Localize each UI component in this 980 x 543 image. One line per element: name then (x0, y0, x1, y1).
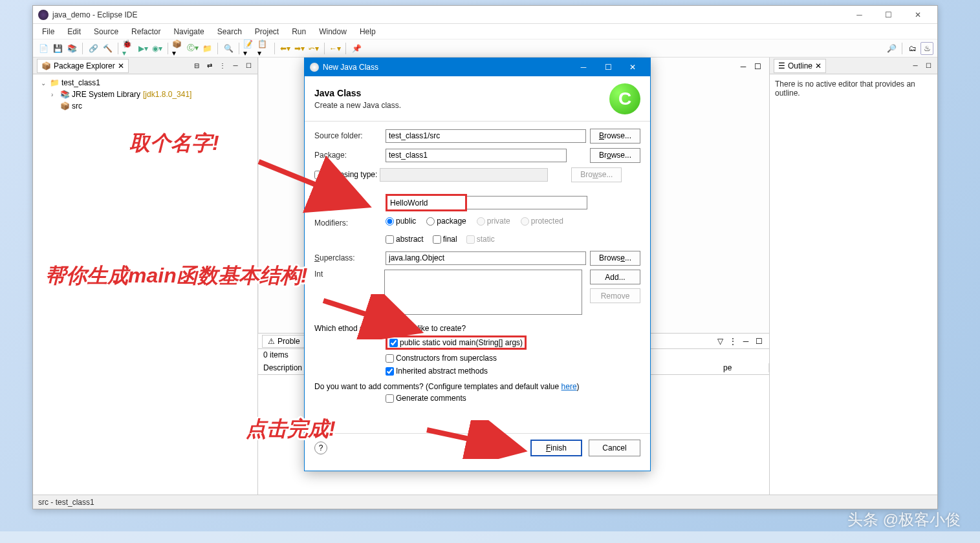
package-input[interactable] (386, 149, 567, 162)
menu-source[interactable]: Source (87, 25, 125, 38)
dialog-minimize-button[interactable]: ─ (571, 58, 596, 76)
minimize-icon[interactable]: ─ (230, 61, 241, 71)
toggle-icon[interactable]: 🔗 (87, 42, 100, 55)
modifier-package-radio[interactable] (426, 217, 435, 226)
abstract-checkbox[interactable] (386, 235, 394, 244)
modifiers-label: Modifiers: (314, 218, 386, 228)
generate-comments-checkbox[interactable] (386, 394, 394, 403)
banner-subtitle: Create a new Java class. (314, 101, 401, 110)
save-all-icon[interactable]: 📚 (65, 42, 78, 55)
new-package-icon[interactable]: 📦▾ (172, 42, 185, 55)
package-explorer-label: Package Explorer (54, 61, 115, 70)
nav-back-icon[interactable]: ←▾ (329, 42, 342, 55)
comments-question: Do you want to add comments? (Configure … (314, 382, 640, 391)
dialog-titlebar[interactable]: New Java Class ─ ☐ ✕ (305, 58, 650, 76)
menubar: File Edit Source Refactor Navigate Searc… (33, 24, 937, 39)
help-button[interactable]: ? (314, 442, 327, 454)
new-class-icon[interactable]: Ⓒ▾ (186, 42, 199, 55)
maximize-icon[interactable]: ☐ (752, 335, 765, 348)
menu-file[interactable]: File (36, 25, 61, 38)
minimize-button[interactable]: ─ (845, 6, 874, 24)
tree-project[interactable]: ⌄ 📁 test_class1 (33, 77, 257, 89)
last-edit-icon[interactable]: ⤺▾ (307, 42, 320, 55)
back-icon[interactable]: ⬅▾ (279, 42, 292, 55)
main-method-checkbox[interactable] (389, 339, 398, 347)
enclosing-type-checkbox[interactable] (314, 171, 323, 179)
browse-source-button[interactable]: BrBrowse...owse... (590, 129, 640, 144)
tree-jre[interactable]: › 📚 JRE System Library [jdk1.8.0_341] (33, 89, 257, 100)
maximize-button[interactable]: ☐ (874, 6, 903, 24)
quick-access-icon[interactable]: 🔎 (885, 42, 898, 55)
dialog-close-button[interactable]: ✕ (620, 58, 645, 76)
name-input[interactable] (387, 196, 465, 209)
tree-src[interactable]: 📦 src (33, 100, 257, 112)
save-icon[interactable]: 💾 (51, 42, 64, 55)
build-icon[interactable]: 🔨 (101, 42, 114, 55)
menu-edit[interactable]: Edit (61, 25, 87, 38)
outline-tab[interactable]: ☰ Outline ✕ (774, 59, 826, 73)
comments-here-link[interactable]: here (561, 382, 577, 391)
main-toolbar: 📄 💾 📚 🔗 🔨 🐞▾ ▶▾ ◉▾ 📦▾ Ⓒ▾ 📁 🔍 📝▾ 📋▾ ⬅▾ ➡▾… (33, 39, 937, 58)
menu-run[interactable]: Run (285, 25, 312, 38)
close-tab-icon[interactable]: ✕ (118, 61, 124, 70)
interfaces-listbox[interactable] (384, 270, 582, 315)
finish-button[interactable]: Finish (530, 440, 582, 456)
minimize-icon[interactable]: ─ (739, 335, 752, 348)
forward-icon[interactable]: ➡▾ (293, 42, 306, 55)
modifier-public-radio[interactable] (386, 217, 394, 226)
chevron-right-icon[interactable]: › (51, 91, 58, 98)
problems-label: Proble (278, 337, 300, 346)
package-explorer-tab[interactable]: 📦 Package Explorer ✕ (37, 59, 129, 73)
maximize-icon[interactable]: ☐ (243, 61, 254, 71)
taskbar (0, 531, 980, 543)
collapse-all-icon[interactable]: ⊟ (191, 61, 202, 71)
chevron-down-icon[interactable]: ⌄ (41, 80, 47, 87)
dialog-maximize-button[interactable]: ☐ (596, 58, 620, 76)
problems-tab[interactable]: ⚠ Proble (262, 335, 306, 348)
run-icon[interactable]: ▶▾ (136, 42, 149, 55)
inherited-methods-checkbox[interactable] (386, 367, 394, 376)
maximize-editor-icon[interactable]: ☐ (751, 60, 764, 73)
search-icon[interactable]: 🔍 (222, 42, 235, 55)
maximize-icon[interactable]: ☐ (923, 61, 933, 71)
add-interface-button[interactable]: Add... (590, 270, 640, 284)
menu-help[interactable]: Help (353, 25, 382, 38)
constructors-checkbox[interactable] (386, 354, 394, 363)
banner-title: Java Class (314, 88, 401, 98)
remove-interface-button: Remove (590, 288, 640, 303)
close-button[interactable]: ✕ (903, 6, 932, 24)
perspective-icon[interactable]: 🗂 (906, 42, 919, 55)
task-icon[interactable]: 📋▾ (257, 42, 270, 55)
view-menu-icon[interactable]: ⋮ (217, 61, 228, 71)
new-folder-icon[interactable]: 📁 (201, 42, 213, 55)
menu-project[interactable]: Project (248, 25, 285, 38)
outline-empty-text: There is no active editor that provides … (770, 74, 937, 103)
superclass-input[interactable] (386, 251, 586, 265)
minimize-editor-icon[interactable]: ─ (737, 60, 750, 73)
filter-icon[interactable]: ▽ (713, 335, 726, 348)
final-checkbox[interactable] (433, 235, 441, 244)
name-input-ext[interactable] (467, 196, 587, 209)
cancel-button[interactable]: Cancel (589, 440, 640, 456)
library-icon: 📚 (60, 90, 69, 99)
browse-package-button[interactable]: Browse... (590, 148, 640, 163)
annotation-icon[interactable]: 📝▾ (243, 42, 256, 55)
col-type[interactable]: pe (718, 363, 769, 372)
menu-navigate[interactable]: Navigate (167, 25, 210, 38)
view-menu-icon[interactable]: ⋮ (726, 335, 739, 348)
link-editor-icon[interactable]: ⇄ (204, 61, 215, 71)
menu-window[interactable]: Window (312, 25, 353, 38)
project-name: test_class1 (61, 78, 100, 87)
pin-icon[interactable]: 📌 (350, 42, 363, 55)
minimize-icon[interactable]: ─ (910, 61, 920, 71)
menu-refactor[interactable]: Refactor (125, 25, 167, 38)
browse-superclass-button[interactable]: Browse... (590, 251, 640, 266)
coverage-icon[interactable]: ◉▾ (151, 42, 164, 55)
close-tab-icon[interactable]: ✕ (815, 61, 822, 70)
source-folder-input[interactable] (386, 129, 586, 143)
menu-search[interactable]: Search (211, 25, 248, 38)
new-icon[interactable]: 📄 (37, 42, 50, 55)
java-perspective-icon[interactable]: ♨ (920, 42, 933, 55)
jre-version: [jdk1.8.0_341] (143, 90, 191, 99)
debug-icon[interactable]: 🐞▾ (122, 42, 135, 55)
